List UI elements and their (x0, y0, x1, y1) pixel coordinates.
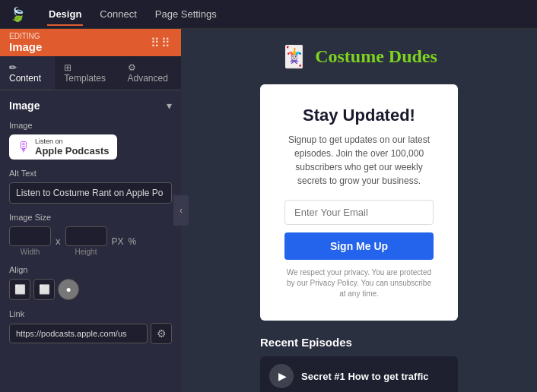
height-input[interactable] (65, 226, 107, 246)
dots-icon[interactable]: ⠿⠿ (151, 36, 172, 50)
play-button[interactable]: ▶ (269, 364, 294, 388)
panel-tabs: ✏ Content ⊞ Templates ⚙ Advanced (0, 56, 181, 90)
recent-episodes-title: Recent Episodes (260, 336, 458, 349)
align-left-button[interactable]: ⬜ (9, 279, 30, 300)
preview-content: 🃏 Costume Dudes Stay Updated! Signup to … (181, 29, 537, 392)
collapse-handle[interactable]: ‹ (173, 195, 189, 226)
apple-podcasts-badge[interactable]: 🎙 Listen on Apple Podcasts (9, 134, 117, 160)
badge-large-text: Apple Podcasts (35, 145, 110, 156)
link-row: ⚙ (9, 323, 172, 344)
nav-tab-page-settings[interactable]: Page Settings (154, 5, 218, 23)
gear-button[interactable]: ⚙ (151, 323, 172, 344)
left-panel: EDITING Image ⠿⠿ ✏ Content ⊞ Templates ⚙… (0, 29, 181, 392)
image-section-title: Image (9, 100, 40, 112)
align-right-button[interactable]: ● (58, 279, 79, 300)
right-panel: 🃏 Costume Dudes Stay Updated! Signup to … (181, 29, 537, 392)
recent-episodes-section: Recent Episodes ▶ Secret #1 How to get t… (260, 336, 458, 392)
site-logo-icon: 🃏 (281, 44, 307, 69)
width-label: Width (21, 248, 40, 256)
nav-tab-design[interactable]: Design (47, 5, 83, 23)
site-title: Costume Dudes (315, 46, 437, 67)
align-row: ⬜ ⬜ ● (9, 279, 172, 300)
badge-small-text: Listen on (35, 138, 110, 145)
editing-title: Image (9, 40, 42, 53)
signup-card: Stay Updated! Signup to get updates on o… (260, 84, 458, 321)
email-input[interactable] (284, 200, 434, 225)
image-field-label: Image (9, 121, 172, 130)
image-size-label: Image Size (9, 213, 172, 222)
episode-title: Secret #1 How to get traffic (301, 371, 429, 382)
panel-content: Image ▾ Image 🎙 Listen on Apple Podcasts… (0, 90, 181, 392)
privacy-text: We respect your privacy. You are protect… (284, 267, 434, 299)
nav-tab-connect[interactable]: Connect (98, 5, 138, 23)
width-input[interactable] (9, 226, 51, 246)
signup-title: Stay Updated! (284, 106, 434, 125)
signup-button[interactable]: Sign Me Up (284, 232, 434, 260)
size-x-separator: x (56, 236, 61, 247)
top-navigation: 🍃 Design Connect Page Settings (0, 0, 537, 29)
size-unit: PX (112, 236, 124, 247)
size-percent: % (129, 236, 137, 247)
alt-text-label: Alt Text (9, 169, 172, 178)
chevron-down-icon[interactable]: ▾ (167, 100, 172, 112)
podcast-icon: 🎙 (17, 139, 30, 155)
link-input[interactable] (9, 324, 148, 343)
app-logo: 🍃 (9, 6, 26, 23)
alt-text-input[interactable] (9, 182, 172, 204)
height-label: Height (75, 248, 97, 256)
tab-templates[interactable]: ⊞ Templates (55, 56, 118, 90)
editing-bar: EDITING Image ⠿⠿ (0, 29, 181, 56)
play-icon: ▶ (278, 370, 287, 382)
tab-content[interactable]: ✏ Content (0, 56, 55, 90)
site-header: 🃏 Costume Dudes (196, 44, 522, 69)
image-size-row: Width x Height PX % (9, 226, 172, 256)
tab-advanced[interactable]: ⚙ Advanced (119, 56, 182, 90)
link-label: Link (9, 309, 172, 318)
editing-label: EDITING (9, 32, 42, 40)
align-center-button[interactable]: ⬜ (33, 279, 55, 300)
align-label: Align (9, 265, 172, 274)
signup-description: Signup to get updates on our latest epis… (284, 133, 434, 188)
image-section-header: Image ▾ (9, 100, 172, 112)
episode-card: ▶ Secret #1 How to get traffic (260, 356, 458, 392)
